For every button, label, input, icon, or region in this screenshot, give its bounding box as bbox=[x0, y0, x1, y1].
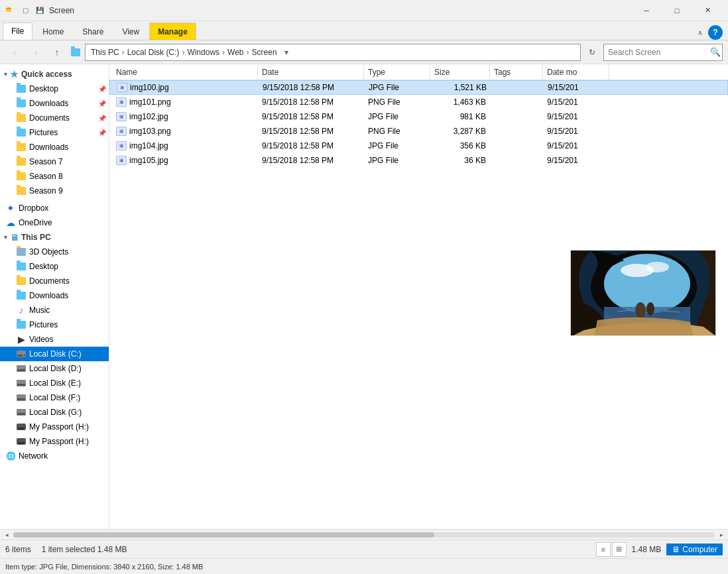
scroll-right-button[interactable]: ▸ bbox=[716, 530, 727, 540]
sidebar-label-local-disk-f: Local Disk (F:) bbox=[29, 393, 80, 402]
sidebar-item-downloads-qa[interactable]: Downloads 📌 bbox=[0, 96, 109, 111]
file-name-label: img101.png bbox=[129, 97, 171, 107]
sidebar-item-desktop-pc[interactable]: Desktop bbox=[0, 259, 109, 274]
table-row[interactable]: ▣ img100.jpg 9/15/2018 12:58 PM JPG File… bbox=[109, 80, 728, 95]
file-info: Item type: JPG File, Dimensions: 3840 x … bbox=[5, 563, 203, 571]
search-icon[interactable]: 🔍 bbox=[710, 47, 721, 57]
sidebar-label-videos: Videos bbox=[29, 335, 53, 344]
sidebar-label-onedrive: OneDrive bbox=[19, 218, 52, 227]
sidebar-item-3dobjects[interactable]: 3D Objects bbox=[0, 245, 109, 259]
sidebar-item-downloads2[interactable]: Downloads bbox=[0, 140, 109, 154]
col-header-type[interactable]: Type bbox=[364, 64, 430, 80]
ribbon-collapse-btn[interactable]: ∧ bbox=[698, 29, 703, 37]
sidebar-item-local-disk-c[interactable]: Local Disk (C:) bbox=[0, 347, 109, 361]
path-segment-thispc[interactable]: This PC bbox=[91, 48, 119, 57]
col-header-name[interactable]: Name bbox=[112, 64, 258, 80]
sidebar-item-local-disk-d[interactable]: Local Disk (D:) bbox=[0, 361, 109, 376]
sidebar-item-season9[interactable]: Season 9 bbox=[0, 184, 109, 198]
sidebar-label-season8: Season 8 bbox=[29, 172, 63, 181]
disk-e-icon bbox=[16, 378, 27, 388]
sidebar-header-quick-access[interactable]: ▾ ★ Quick access bbox=[0, 67, 109, 82]
sidebar-item-network[interactable]: 🌐 Network bbox=[0, 449, 109, 463]
jpg-file-icon4: ▣ bbox=[116, 156, 127, 165]
tab-home[interactable]: Home bbox=[34, 23, 72, 40]
folder-season7-icon bbox=[16, 156, 27, 167]
sidebar-item-season7[interactable]: Season 7 bbox=[0, 154, 109, 169]
col-header-tags[interactable]: Tags bbox=[490, 64, 543, 80]
sidebar-label-local-disk-e: Local Disk (E:) bbox=[29, 378, 81, 388]
sidebar-header-thispc[interactable]: ▾ 🖥 This PC bbox=[0, 230, 109, 245]
file-name-img105: ▣ img105.jpg bbox=[112, 156, 258, 165]
col-header-date[interactable]: Date bbox=[258, 64, 364, 80]
folder-3d-icon bbox=[16, 247, 27, 257]
back-button[interactable]: ‹ bbox=[5, 43, 24, 62]
sidebar-item-my-passport-h2[interactable]: My Passport (H:) bbox=[0, 434, 109, 449]
sidebar-item-documents-pc[interactable]: Documents bbox=[0, 274, 109, 288]
sidebar-item-local-disk-e[interactable]: Local Disk (E:) bbox=[0, 376, 109, 390]
sidebar-item-local-disk-f[interactable]: Local Disk (F:) bbox=[0, 390, 109, 405]
sidebar-item-downloads-pc[interactable]: Downloads bbox=[0, 288, 109, 303]
file-name-img103: ▣ img103.png bbox=[112, 127, 258, 136]
help-button[interactable]: ? bbox=[708, 25, 723, 40]
sidebar-label-season9: Season 9 bbox=[29, 186, 63, 196]
scroll-thumb[interactable] bbox=[13, 532, 434, 538]
details-view-button[interactable]: ≡ bbox=[596, 542, 611, 557]
path-segment-screen[interactable]: Screen bbox=[252, 48, 277, 57]
sidebar-item-season8[interactable]: Season 8 bbox=[0, 169, 109, 184]
ribbon-tabs: File Home Share View Manage ∧ ? bbox=[0, 21, 728, 40]
horizontal-scrollbar[interactable]: ◂ ▸ bbox=[0, 529, 728, 540]
sidebar-item-documents-qa[interactable]: Documents 📌 bbox=[0, 111, 109, 125]
path-segment-web[interactable]: Web bbox=[227, 48, 243, 57]
sidebar-label-local-disk-d: Local Disk (D:) bbox=[29, 364, 82, 373]
close-button[interactable]: ✕ bbox=[692, 0, 723, 21]
address-bar: ‹ › ↑ This PC › Local Disk (C:) › Window… bbox=[0, 40, 728, 64]
tab-view[interactable]: View bbox=[113, 23, 148, 40]
table-row[interactable]: ▣ img105.jpg 9/15/2018 12:58 PM JPG File… bbox=[109, 153, 728, 168]
scroll-left-button[interactable]: ◂ bbox=[1, 530, 12, 540]
forward-button[interactable]: › bbox=[27, 43, 45, 62]
path-segment-windows[interactable]: Windows bbox=[187, 48, 219, 57]
sidebar-label-my-passport-h: My Passport (H:) bbox=[29, 422, 89, 431]
table-row[interactable]: ▣ img101.png 9/15/2018 12:58 PM PNG File… bbox=[109, 95, 728, 109]
sidebar-item-desktop-qa[interactable]: Desktop 📌 bbox=[0, 82, 109, 96]
large-icons-view-button[interactable]: ⊞ bbox=[612, 542, 627, 557]
tab-file[interactable]: File bbox=[3, 23, 32, 40]
col-header-datemo[interactable]: Date mo bbox=[543, 64, 609, 80]
refresh-button[interactable]: ↻ bbox=[583, 44, 601, 61]
address-path[interactable]: This PC › Local Disk (C:) › Windows › We… bbox=[85, 44, 581, 61]
tab-manage[interactable]: Manage bbox=[149, 23, 196, 40]
sidebar-item-onedrive[interactable]: ☁ OneDrive bbox=[0, 215, 109, 230]
sidebar-item-pictures-qa[interactable]: Pictures 📌 bbox=[0, 125, 109, 140]
file-date-img100: 9/15/2018 12:58 PM bbox=[259, 83, 365, 92]
tab-share[interactable]: Share bbox=[74, 23, 112, 40]
file-type-img100: JPG File bbox=[365, 83, 431, 92]
minimize-button[interactable]: ─ bbox=[631, 0, 662, 21]
file-name-img102: ▣ img102.jpg bbox=[112, 112, 258, 121]
disk-f-icon bbox=[16, 392, 27, 403]
pin-icon-pics: 📌 bbox=[98, 129, 106, 137]
address-dropdown-btn[interactable]: ▾ bbox=[280, 44, 293, 60]
scroll-track[interactable] bbox=[13, 532, 715, 538]
sidebar-item-music[interactable]: ♪ Music bbox=[0, 303, 109, 317]
pin-icon: 📌 bbox=[98, 86, 106, 93]
file-datemo-img104: 9/15/201 bbox=[543, 141, 609, 150]
table-row[interactable]: ▣ img104.jpg 9/15/2018 12:58 PM JPG File… bbox=[109, 139, 728, 153]
svg-rect-9 bbox=[17, 384, 25, 386]
path-segment-localdisk[interactable]: Local Disk (C:) bbox=[127, 48, 180, 57]
pin-icon-docs: 📌 bbox=[98, 115, 106, 122]
table-row[interactable]: ▣ img102.jpg 9/15/2018 12:58 PM JPG File… bbox=[109, 109, 728, 124]
sidebar-item-dropbox[interactable]: ✦ Dropbox bbox=[0, 201, 109, 215]
maximize-button[interactable]: □ bbox=[662, 0, 692, 21]
file-datemo-img100: 9/15/201 bbox=[544, 83, 610, 92]
sidebar-item-videos[interactable]: ▶ Videos bbox=[0, 332, 109, 347]
col-header-size[interactable]: Size bbox=[430, 64, 490, 80]
folder-docs-icon bbox=[16, 113, 27, 123]
table-row[interactable]: ▣ img103.png 9/15/2018 12:58 PM PNG File… bbox=[109, 124, 728, 139]
path-folder-icon bbox=[69, 46, 82, 59]
sidebar-item-my-passport-h[interactable]: My Passport (H:) bbox=[0, 420, 109, 434]
file-type-img103: PNG File bbox=[364, 127, 430, 136]
up-button[interactable]: ↑ bbox=[48, 43, 66, 62]
search-input[interactable] bbox=[608, 48, 707, 57]
sidebar-item-local-disk-g[interactable]: Local Disk (G:) bbox=[0, 405, 109, 420]
sidebar-item-pictures-pc[interactable]: Pictures bbox=[0, 317, 109, 332]
